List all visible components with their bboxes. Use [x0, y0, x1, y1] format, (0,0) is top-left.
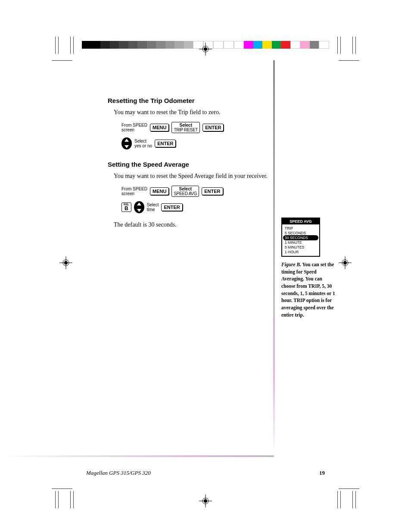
- crop-mark: [352, 37, 353, 54]
- crop-mark: [355, 37, 356, 54]
- crop-mark: [52, 488, 72, 489]
- crop-mark: [339, 60, 359, 61]
- device-header: SPEED AVG: [282, 218, 319, 224]
- section-heading: Resetting the Trip Odometer: [108, 97, 276, 104]
- body-text: You may want to reset the Trip field to …: [114, 109, 276, 117]
- device-menu: TRIP5 SECONDS30 SECONDS1 MINUTE5 MINUTES…: [282, 224, 319, 256]
- menu-key: MENU: [150, 187, 169, 195]
- main-content: Resetting the Trip Odometer You may want…: [108, 97, 276, 234]
- nav-pad-icon: [134, 201, 144, 213]
- registration-mark-icon: [59, 256, 72, 269]
- registration-mark-icon: [199, 43, 212, 56]
- sequence-label: Select yes or no: [134, 139, 152, 148]
- crop-mark: [73, 491, 74, 508]
- device-menu-item: 1 HOUR: [284, 250, 318, 255]
- enter-key: ENTER: [155, 140, 176, 147]
- crop-mark: [73, 37, 74, 54]
- column-divider: [0, 455, 274, 457]
- crop-mark: [355, 491, 356, 508]
- figure-badge: FIG. B: [121, 202, 131, 212]
- crop-mark: [55, 37, 56, 54]
- nav-pad-icon: [121, 137, 132, 149]
- menu-key: MENU: [150, 124, 169, 131]
- crop-mark: [58, 491, 59, 508]
- device-menu-item: 1 MINUTE: [284, 240, 318, 245]
- crop-mark: [70, 491, 71, 508]
- device-menu-item: 30 SECONDS: [283, 235, 318, 240]
- sequence-label: Select time: [147, 202, 159, 212]
- select-box: Select SPEED AVG: [171, 186, 199, 197]
- sequence-label: From SPEED screen: [121, 187, 147, 196]
- crop-mark: [352, 491, 353, 508]
- crop-mark: [58, 37, 59, 54]
- body-text: You may want to reset the Speed Average …: [114, 172, 276, 180]
- body-text: The default is 30 seconds.: [114, 221, 276, 229]
- crop-mark: [55, 491, 56, 508]
- crop-mark: [70, 37, 71, 54]
- section-heading: Setting the Speed Average: [108, 161, 276, 168]
- button-sequence: From SPEED screen MENU Select SPEED AVG …: [121, 186, 276, 213]
- crop-mark: [340, 37, 341, 54]
- device-menu-item: 5 SECONDS: [284, 230, 318, 235]
- registration-mark-icon: [199, 495, 212, 507]
- page-footer: Magellan GPS 315/GPS 320 19: [86, 470, 325, 476]
- enter-key: ENTER: [161, 203, 182, 211]
- crop-mark: [52, 60, 72, 61]
- device-screen: SPEED AVG TRIP5 SECONDS30 SECONDS1 MINUT…: [281, 218, 320, 257]
- figure-caption: Figure B. You can set the timing for Spe…: [281, 261, 337, 318]
- enter-key: ENTER: [202, 187, 223, 195]
- select-box: Select TRIP RESET: [171, 122, 200, 133]
- crop-mark: [339, 488, 359, 489]
- button-sequence: From SPEED screen MENU Select TRIP RESET…: [121, 122, 276, 149]
- crop-mark: [337, 37, 338, 54]
- device-menu-item: TRIP: [284, 226, 318, 230]
- sequence-label: From SPEED screen: [121, 123, 147, 132]
- product-name: Magellan GPS 315/GPS 320: [86, 470, 151, 476]
- page-number: 19: [319, 470, 325, 476]
- device-menu-item: 5 MINUTES: [284, 245, 318, 250]
- enter-key: ENTER: [202, 124, 224, 131]
- crop-mark: [340, 491, 341, 508]
- sidebar: SPEED AVG TRIP5 SECONDS30 SECONDS1 MINUT…: [281, 218, 337, 319]
- crop-mark: [337, 491, 338, 508]
- registration-mark-icon: [339, 256, 352, 269]
